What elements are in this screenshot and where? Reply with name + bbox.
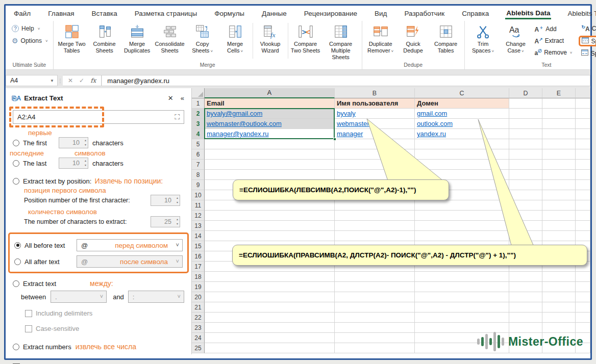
row-header-12[interactable]: 12 bbox=[192, 211, 205, 221]
cell-B1[interactable]: Имя пользователя bbox=[335, 98, 415, 109]
cell-C21[interactable] bbox=[415, 302, 509, 313]
select-range-icon[interactable]: ⛶ bbox=[175, 113, 180, 121]
cell-partial-14[interactable] bbox=[576, 231, 590, 241]
cell-link-A4[interactable]: manager@yandex.ru bbox=[207, 130, 269, 138]
radio-the-last[interactable] bbox=[13, 160, 19, 167]
tab-page-layout[interactable]: Разметка страницы bbox=[134, 8, 198, 19]
cell-partial-1[interactable] bbox=[576, 98, 590, 109]
range-input[interactable]: A2:A4 ⛶ bbox=[13, 110, 184, 124]
cell-A22[interactable] bbox=[205, 313, 335, 323]
tab-developer[interactable]: Разработчик bbox=[403, 8, 445, 19]
cell-A7[interactable] bbox=[205, 160, 335, 170]
merge-duplicates-button[interactable]: Merge Duplicates bbox=[121, 21, 154, 54]
cell-A14[interactable] bbox=[205, 231, 335, 241]
options-button[interactable]: ⚙Options˅ bbox=[12, 37, 48, 45]
cell-partial-2[interactable] bbox=[576, 109, 590, 119]
cell-D11[interactable] bbox=[509, 200, 542, 211]
cell-E1[interactable] bbox=[542, 98, 576, 109]
cell-D6[interactable] bbox=[509, 149, 542, 160]
cell-E2[interactable] bbox=[542, 109, 576, 119]
cell-D19[interactable] bbox=[509, 282, 542, 292]
cell-B20[interactable] bbox=[335, 292, 415, 302]
cell-B18[interactable] bbox=[335, 272, 415, 282]
tab-formulas[interactable]: Формулы bbox=[213, 8, 245, 19]
cell-link-B2[interactable]: byvaly bbox=[337, 110, 356, 117]
row-header-2[interactable]: 2 bbox=[192, 109, 205, 119]
cell-D5[interactable] bbox=[509, 139, 542, 149]
remove-text-button[interactable]: a∅Remove˅ bbox=[532, 48, 575, 57]
cell-partial-13[interactable] bbox=[576, 221, 590, 231]
cell-B7[interactable] bbox=[335, 160, 415, 170]
cell-C1[interactable]: Домен bbox=[415, 98, 509, 109]
help-button[interactable]: ?Help˅ bbox=[12, 25, 48, 32]
including-delimiters-checkbox[interactable] bbox=[25, 310, 32, 317]
cell-E9[interactable] bbox=[542, 180, 576, 190]
cell-partial-20[interactable] bbox=[576, 292, 590, 302]
cell-C5[interactable] bbox=[415, 139, 509, 149]
tab-file[interactable]: Файл bbox=[13, 8, 32, 19]
after-text-combo[interactable]: @после символа bbox=[77, 255, 183, 268]
cell-A2[interactable]: byvaly@gmail.com bbox=[205, 109, 335, 119]
cell-E20[interactable] bbox=[542, 292, 576, 302]
radio-all-after-text[interactable] bbox=[14, 258, 21, 265]
cell-E21[interactable] bbox=[542, 302, 576, 313]
cell-D13[interactable] bbox=[509, 221, 542, 231]
cell-partial-19[interactable] bbox=[576, 282, 590, 292]
cell-E3[interactable] bbox=[542, 119, 576, 129]
insert-function-icon[interactable]: fx bbox=[90, 77, 96, 84]
row-header-23[interactable]: 23 bbox=[192, 323, 205, 333]
compare-tables-button[interactable]: Compare Tables bbox=[430, 21, 462, 54]
cell-D9[interactable] bbox=[509, 180, 542, 190]
tab-ablebits-data[interactable]: Ablebits Data bbox=[505, 7, 551, 19]
row-header-10[interactable]: 10 bbox=[192, 190, 205, 200]
row-header-25[interactable]: 25 bbox=[192, 343, 205, 353]
cell-link-A2[interactable]: byvaly@gmail.com bbox=[207, 110, 262, 117]
cell-partial-11[interactable] bbox=[576, 200, 590, 211]
cell-link-B3[interactable]: webmaster bbox=[337, 120, 369, 127]
close-icon[interactable]: ✕ bbox=[168, 94, 173, 102]
tab-data[interactable]: Данные bbox=[261, 8, 288, 19]
cell-D22[interactable] bbox=[509, 313, 542, 323]
copy-sheets-button[interactable]: Copy Sheets˅ bbox=[186, 21, 219, 54]
column-header-D[interactable]: D bbox=[509, 88, 542, 98]
cell-A21[interactable] bbox=[205, 302, 335, 313]
cell-E4[interactable] bbox=[542, 129, 576, 139]
radio-all-before-text[interactable] bbox=[14, 242, 21, 249]
cell-C20[interactable] bbox=[415, 292, 509, 302]
cell-A1[interactable]: Email bbox=[205, 98, 335, 109]
row-header-15[interactable]: 15 bbox=[192, 241, 205, 251]
row-header-7[interactable]: 7 bbox=[192, 160, 205, 170]
cell-B8[interactable] bbox=[335, 170, 415, 180]
collapse-icon[interactable]: « bbox=[181, 94, 184, 102]
radio-the-first[interactable] bbox=[13, 140, 19, 146]
cell-C4[interactable]: yandex.ru bbox=[415, 129, 509, 139]
tab-insert[interactable]: Вставка bbox=[91, 8, 118, 19]
cell-D14[interactable] bbox=[509, 231, 542, 241]
cell-B13[interactable] bbox=[335, 221, 415, 231]
trim-spaces-button[interactable]: Trim Spaces˅ bbox=[467, 21, 500, 54]
cell-E12[interactable] bbox=[542, 211, 576, 221]
cell-D20[interactable] bbox=[509, 292, 542, 302]
cell-D18[interactable] bbox=[509, 272, 542, 282]
merge-cells-button[interactable]: Merge Cells˅ bbox=[219, 21, 252, 54]
cell-B19[interactable] bbox=[335, 282, 415, 292]
cell-partial-10[interactable] bbox=[576, 190, 590, 200]
cell-partial-7[interactable] bbox=[576, 160, 590, 170]
cell-C8[interactable] bbox=[415, 170, 509, 180]
cell-E19[interactable] bbox=[542, 282, 576, 292]
cell-A8[interactable] bbox=[205, 170, 335, 180]
cell-E18[interactable] bbox=[542, 272, 576, 282]
cell-A20[interactable] bbox=[205, 292, 335, 302]
merge-two-tables-button[interactable]: Merge Two Tables bbox=[56, 21, 88, 54]
formula-input[interactable]: manager@yandex.ru bbox=[102, 75, 590, 86]
char-count-spinner[interactable]: 25 bbox=[151, 216, 180, 227]
row-header-1[interactable]: 1 bbox=[192, 98, 205, 109]
and-combo[interactable]: : bbox=[128, 291, 184, 303]
position-number-spinner[interactable]: 10 bbox=[151, 195, 180, 206]
row-header-14[interactable]: 14 bbox=[192, 231, 205, 241]
cell-partial-8[interactable] bbox=[576, 170, 590, 180]
cell-E14[interactable] bbox=[542, 231, 576, 241]
cell-link-C3[interactable]: outlook.com bbox=[417, 120, 453, 127]
cell-D12[interactable] bbox=[509, 211, 542, 221]
cell-B12[interactable] bbox=[335, 211, 415, 221]
